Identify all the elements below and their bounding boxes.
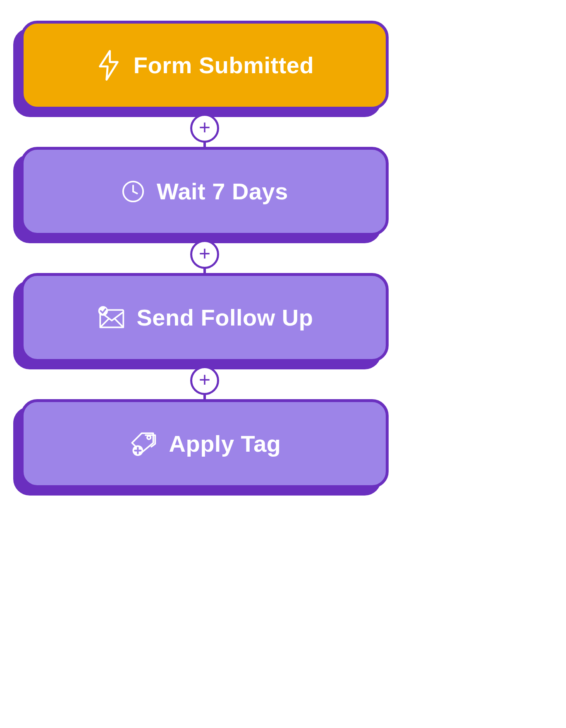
node-form-submitted[interactable]: Form Submitted [21, 21, 389, 110]
plus-icon: + [199, 244, 210, 263]
node-send-follow-up[interactable]: Send Follow Up [21, 273, 389, 362]
connector: + [203, 110, 206, 147]
plus-icon: + [199, 370, 210, 390]
mail-check-icon [96, 306, 125, 330]
node-label: Apply Tag [169, 430, 281, 457]
node-label: Wait 7 Days [157, 178, 288, 205]
svg-line-2 [133, 192, 137, 194]
svg-point-4 [98, 306, 107, 316]
node-label: Send Follow Up [137, 304, 313, 331]
automation-flow: Form Submitted + Wait 7 Days + [21, 21, 389, 488]
add-step-button[interactable]: + [190, 366, 219, 395]
plus-icon: + [199, 117, 210, 137]
node-wait-7-days[interactable]: Wait 7 Days [21, 147, 389, 236]
tag-plus-icon [128, 431, 157, 457]
connector: + [203, 236, 206, 273]
connector: + [203, 362, 206, 399]
node-label: Form Submitted [134, 52, 314, 79]
clock-icon [121, 180, 145, 204]
lightning-icon [96, 49, 122, 82]
add-step-button[interactable]: + [190, 240, 219, 269]
add-step-button[interactable]: + [190, 114, 219, 143]
svg-point-5 [147, 436, 150, 439]
node-apply-tag[interactable]: Apply Tag [21, 399, 389, 488]
